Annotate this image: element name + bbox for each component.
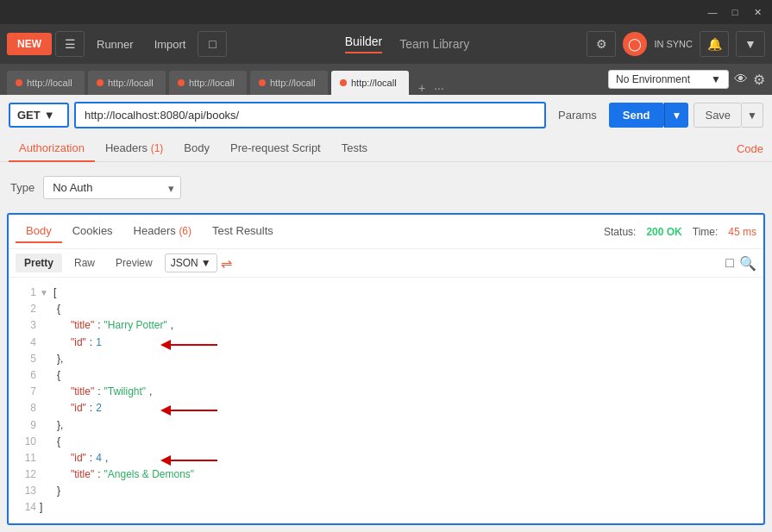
url-tab-2[interactable]: http://locall	[88, 71, 166, 95]
json-line-8: 8 "id" : 2	[19, 400, 753, 416]
send-button[interactable]: Send	[609, 103, 664, 128]
copy-button[interactable]: □	[725, 255, 734, 272]
json-value: 1	[96, 335, 102, 351]
tab-url-text: http://locall	[351, 78, 400, 88]
json-line-1: 1 ▼ [	[19, 285, 753, 301]
send-dropdown-button[interactable]: ▼	[664, 103, 689, 128]
sidebar-icon: ☰	[65, 37, 76, 51]
close-button[interactable]: ✕	[750, 4, 765, 20]
tab-url-text: http://locall	[27, 78, 76, 88]
save-dropdown-button[interactable]: ▼	[742, 103, 763, 128]
url-tab-1[interactable]: http://locall	[7, 71, 85, 95]
send-label: Send	[623, 109, 650, 122]
content-area: GET ▼ http://localhost:8080/api/books/ P…	[0, 95, 772, 532]
auth-type-selector[interactable]: No Auth Basic Auth Bearer Token OAuth 2.…	[43, 176, 181, 199]
fmt-actions: □ 🔍	[725, 255, 756, 272]
search-button[interactable]: 🔍	[739, 255, 756, 272]
line-number: 2	[19, 301, 36, 317]
method-label: GET	[17, 109, 41, 122]
resp-tab-cookies[interactable]: Cookies	[62, 220, 123, 243]
sidebar-toggle-button[interactable]: ☰	[55, 31, 85, 57]
bell-icon: 🔔	[707, 37, 722, 51]
code-link[interactable]: Code	[737, 142, 763, 155]
notification-button[interactable]: 🔔	[700, 31, 729, 57]
new-button[interactable]: NEW	[7, 33, 52, 55]
json-key: "id"	[71, 450, 86, 466]
env-bar: No Environment ▼ 👁 ⚙	[601, 64, 772, 95]
more-tabs-button[interactable]: ···	[431, 81, 447, 95]
method-dropdown-icon: ▼	[44, 109, 55, 122]
line-number: 1	[19, 285, 36, 301]
json-line-7: 7 "title" : "Twilight" ,	[19, 384, 753, 400]
url-tab-5[interactable]: http://locall	[331, 71, 409, 95]
json-colon: :	[97, 466, 100, 483]
resp-tab-headers[interactable]: Headers (6)	[123, 220, 202, 243]
fmt-dropdown-icon: ▼	[201, 257, 211, 269]
tab-headers[interactable]: Headers (1)	[95, 135, 173, 162]
json-key: "title"	[71, 317, 94, 334]
toolbar-right: ⚙ ◯ IN SYNC 🔔 ▼	[587, 31, 765, 57]
params-button[interactable]: Params	[551, 103, 604, 127]
json-colon: :	[90, 335, 92, 351]
maximize-button[interactable]: □	[727, 4, 743, 20]
toolbar-center: Builder Team Library	[230, 34, 583, 53]
json-value: 2	[96, 400, 102, 416]
json-viewer: 1 ▼ [ 2 { 3 "title" :	[9, 278, 763, 523]
json-colon: :	[90, 450, 92, 466]
env-dropdown-icon: ▼	[711, 73, 721, 85]
auth-type-selector-wrap: No Auth Basic Auth Bearer Token OAuth 2.…	[43, 176, 181, 199]
json-value: 4	[96, 450, 102, 466]
env-gear-button[interactable]: ⚙	[753, 72, 765, 88]
method-selector[interactable]: GET ▼	[9, 103, 69, 128]
url-tab-3[interactable]: http://locall	[169, 71, 247, 95]
body-format-bar: Pretty Raw Preview JSON ▼ ⇌ □ 🔍	[9, 249, 763, 278]
fmt-pretty[interactable]: Pretty	[16, 253, 62, 272]
json-bracket: {	[57, 301, 60, 317]
fmt-wrap-icon[interactable]: ⇌	[221, 255, 232, 272]
line-number: 8	[19, 400, 36, 416]
fmt-raw[interactable]: Raw	[66, 253, 104, 272]
resp-tab-test-results[interactable]: Test Results	[202, 220, 284, 243]
prerequest-label: Pre-request Script	[230, 141, 321, 154]
json-line-9: 9 },	[19, 417, 753, 434]
resp-test-results-label: Test Results	[212, 224, 273, 237]
fmt-preview[interactable]: Preview	[107, 253, 161, 272]
env-eye-button[interactable]: 👁	[734, 72, 748, 87]
plus-icon: □	[209, 37, 216, 51]
json-line-12: 12 "title" : "Angels & Demons"	[19, 466, 753, 483]
tab-team-library[interactable]: Team Library	[399, 37, 469, 51]
url-tab-4[interactable]: http://locall	[250, 71, 328, 95]
fmt-format-selector[interactable]: JSON ▼	[165, 253, 217, 272]
save-button[interactable]: Save	[694, 103, 742, 128]
tab-url-text: http://locall	[270, 78, 319, 88]
json-value: "Angels & Demons"	[104, 466, 195, 483]
new-tab-button[interactable]: □	[198, 31, 227, 57]
tab-body[interactable]: Body	[173, 135, 220, 162]
request-bar: GET ▼ http://localhost:8080/api/books/ P…	[0, 95, 772, 135]
settings-button[interactable]: ⚙	[587, 31, 616, 57]
headers-count: (1)	[151, 142, 164, 154]
json-line-4: 4 "id" : 1	[19, 335, 753, 351]
toggle-icon[interactable]: ▼	[40, 286, 48, 300]
resp-tab-body[interactable]: Body	[16, 220, 62, 243]
runner-button[interactable]: Runner	[88, 33, 142, 56]
json-line-14: 14 ]	[19, 499, 753, 516]
tab-prerequest[interactable]: Pre-request Script	[220, 135, 331, 162]
env-selector[interactable]: No Environment ▼	[608, 70, 729, 89]
tab-dot	[178, 79, 185, 86]
tab-authorization[interactable]: Authorization	[9, 135, 95, 162]
more-button[interactable]: ▼	[736, 31, 765, 57]
minimize-button[interactable]: —	[705, 4, 720, 20]
json-bracket: {	[57, 434, 60, 450]
tab-dot	[16, 79, 22, 86]
url-input[interactable]: http://localhost:8080/api/books/	[74, 102, 546, 128]
response-tabs-bar: Body Cookies Headers (6) Test Results St…	[9, 215, 763, 249]
tab-builder[interactable]: Builder	[345, 34, 383, 53]
status-value: 200 OK	[646, 226, 681, 238]
authorization-label: Authorization	[19, 141, 85, 154]
json-bracket: },	[57, 417, 63, 434]
add-tab-button[interactable]: +	[416, 81, 428, 95]
json-bracket: }	[57, 483, 60, 499]
import-button[interactable]: Import	[146, 33, 195, 56]
tab-tests[interactable]: Tests	[331, 135, 378, 162]
